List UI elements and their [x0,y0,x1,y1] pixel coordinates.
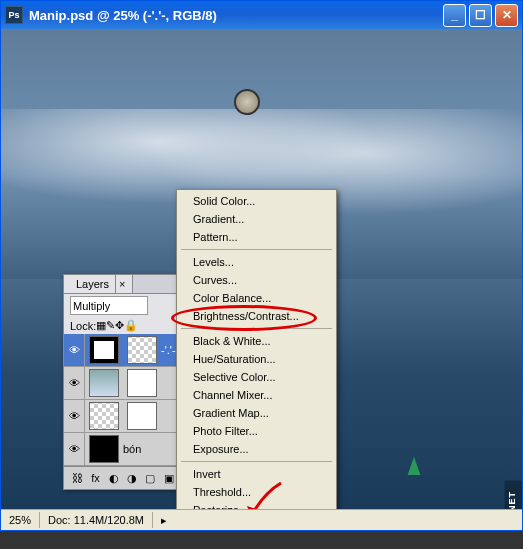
layer-name[interactable]: -'.'- [161,344,176,356]
menu-item[interactable]: Color Balance... [179,289,334,307]
layer-thumb [89,336,119,364]
menu-item[interactable]: Photo Filter... [179,422,334,440]
blend-mode-select[interactable] [70,296,148,315]
menu-item[interactable]: Solid Color... [179,192,334,210]
mask-thumb [127,336,157,364]
zoom-level[interactable]: 25% [1,512,40,528]
menu-separator [181,328,332,329]
mask-thumb [127,369,157,397]
menu-item[interactable]: Pattern... [179,228,334,246]
title-bar[interactable]: Ps Manip.psd @ 25% (-'.'-, RGB/8) _ ☐ ✕ [1,1,522,29]
visibility-icon[interactable]: 👁 [64,400,85,432]
menu-item[interactable]: Threshold... [179,483,334,501]
menu-item[interactable]: Curves... [179,271,334,289]
maximize-button[interactable]: ☐ [469,4,492,27]
layer-thumb [89,402,119,430]
app-icon: Ps [5,6,23,24]
menu-item[interactable]: Channel Mixer... [179,386,334,404]
menu-item[interactable]: Black & White... [179,332,334,350]
menu-item[interactable]: Posterize... [179,501,334,509]
menu-item[interactable]: Hue/Saturation... [179,350,334,368]
close-button[interactable]: ✕ [495,4,518,27]
status-spacer: ▸ [153,512,522,529]
lock-transparency-icon[interactable]: ▦ [96,319,106,332]
fx-icon[interactable]: fx [87,470,103,486]
visibility-icon[interactable]: 👁 [64,433,85,465]
link-layers-icon[interactable]: ⛓ [69,470,85,486]
menu-separator [181,249,332,250]
visibility-icon[interactable]: 👁 [64,367,85,399]
menu-item[interactable]: Gradient... [179,210,334,228]
lock-pixels-icon[interactable]: ✎ [106,319,115,332]
lock-position-icon[interactable]: ✥ [115,319,124,332]
mask-icon[interactable]: ◐ [106,470,122,486]
layer-thumb [89,369,119,397]
visibility-icon[interactable]: 👁 [64,334,85,366]
menu-item[interactable]: Gradient Map... [179,404,334,422]
lock-all-icon[interactable]: 🔒 [124,319,138,332]
layers-tab[interactable]: Layers × [64,275,133,293]
clock-element [234,89,260,115]
adjustment-menu: Solid Color...Gradient...Pattern...Level… [176,189,337,509]
status-bar: 25% Doc: 11.4M/120.8M ▸ [1,509,522,530]
layer-name[interactable]: bón [123,443,141,455]
menu-item[interactable]: Exposure... [179,440,334,458]
window-title: Manip.psd @ 25% (-'.'-, RGB/8) [29,8,443,23]
adjustment-icon[interactable]: ◑ [124,470,140,486]
app-window: Ps Manip.psd @ 25% (-'.'-, RGB/8) _ ☐ ✕ … [0,0,523,531]
menu-item[interactable]: Levels... [179,253,334,271]
new-layer-icon[interactable]: ▣ [161,470,177,486]
document-canvas[interactable]: Layers × ▸ Lock: ▦ ✎ ✥ 🔒 👁 -'.'- [1,29,522,509]
menu-item[interactable]: Brightness/Contrast... [179,307,334,325]
mask-thumb [127,402,157,430]
menu-item[interactable]: Invert [179,465,334,483]
layer-thumb [89,435,119,463]
menu-item[interactable]: Selective Color... [179,368,334,386]
lock-label: Lock: [70,320,96,332]
folder-icon[interactable]: ▢ [142,470,158,486]
watermark: VIETDESIGNER.NETTUTORIAL [505,481,522,509]
minimize-button[interactable]: _ [443,4,466,27]
menu-separator [181,461,332,462]
doc-size: Doc: 11.4M/120.8M [40,512,153,528]
